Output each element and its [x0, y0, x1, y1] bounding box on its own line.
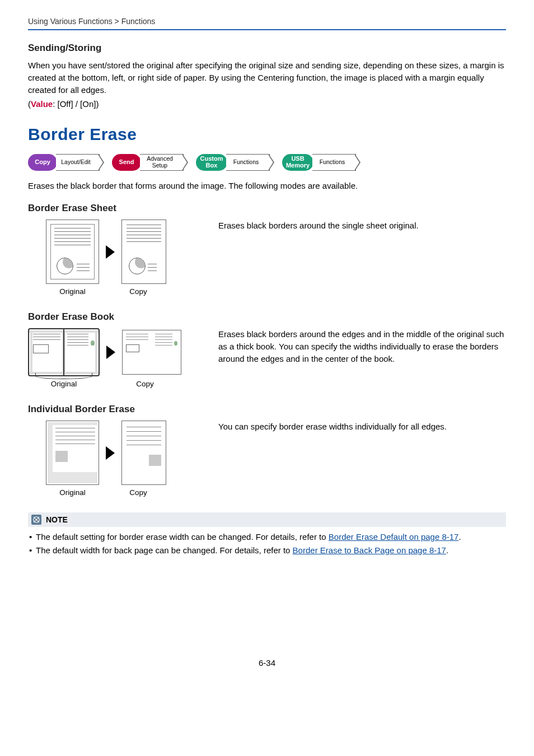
cap-original: Original: [46, 287, 99, 296]
value-options: : [Off] / [On]): [53, 99, 99, 109]
pill-group-copy: Copy Layout/Edit: [28, 154, 100, 171]
note-1-text: The default setting for border erase wid…: [36, 532, 329, 542]
cap-copy: Copy: [116, 287, 161, 296]
pill-group-send: Send Advanced Setup: [112, 154, 184, 171]
mode-border-erase-sheet: Border Erase Sheet: [28, 203, 506, 296]
mode-border-erase-book: Border Erase Book: [28, 311, 506, 388]
note-item-1: The default setting for border erase wid…: [28, 530, 506, 544]
tab-functions-custom: Functions: [226, 154, 270, 171]
mode-pill-row: Copy Layout/Edit Send Advanced Setup Cus…: [28, 154, 506, 171]
value-label: Value: [31, 99, 53, 109]
mode-book-diagram: Original Copy: [28, 328, 196, 388]
note-item-2: The default width for back page can be c…: [28, 544, 506, 557]
sending-storing-value-line: (Value: [Off] / [On]): [28, 98, 506, 110]
border-erase-title: Border Erase: [28, 125, 506, 144]
page-number: 6-34: [28, 658, 506, 668]
pill-usb-l2: Memory: [286, 162, 310, 169]
note-icon: [31, 515, 41, 525]
arrow-icon: [106, 446, 115, 460]
mode-book-desc: Erases black borders around the edges an…: [218, 328, 506, 365]
tab-adv-l2: Setup: [152, 162, 167, 169]
pill-copy: Copy: [28, 154, 57, 171]
arrow-icon: [106, 346, 115, 359]
note-2-text: The default width for back page can be c…: [36, 545, 293, 555]
arrow-icon: [106, 245, 115, 259]
note-label: NOTE: [46, 515, 68, 524]
mode-individual-diagram: Original Copy: [28, 421, 196, 497]
cap-copy: Copy: [116, 488, 161, 497]
tab-functions-usb-label: Functions: [320, 159, 345, 166]
sheet-copy-icon: [121, 220, 166, 284]
cap-original: Original: [46, 488, 99, 497]
tab-functions-custom-label: Functions: [233, 159, 259, 166]
pill-custom-l2: Box: [206, 162, 218, 169]
svg-point-1: [35, 519, 38, 521]
mode-individual-border-erase: Individual Border Erase: [28, 404, 506, 497]
header-rule: [28, 29, 506, 30]
tab-advanced-setup: Advanced Setup: [140, 154, 184, 171]
link-border-erase-back-page[interactable]: Border Erase to Back Page on page 8-17: [293, 545, 446, 555]
tab-functions-usb: Functions: [312, 154, 356, 171]
book-copy-icon: [122, 330, 181, 375]
mode-sheet-diagram: Original Copy: [28, 220, 196, 296]
mode-sheet-desc: Erases black borders around the single s…: [218, 220, 506, 232]
sending-storing-heading: Sending/Storing: [28, 43, 506, 54]
link-border-erase-default[interactable]: Border Erase Default on page 8-17: [329, 532, 459, 542]
tab-layout-edit-label: Layout/Edit: [61, 159, 91, 166]
cap-copy: Copy: [115, 380, 175, 388]
mode-book-heading: Border Erase Book: [28, 311, 506, 323]
pill-send: Send: [112, 154, 141, 171]
individual-original-icon: [46, 421, 99, 485]
cap-original: Original: [28, 380, 100, 388]
mode-individual-desc: You can specify border erase widths indi…: [218, 421, 506, 433]
pill-group-usb: USB Memory Functions: [282, 154, 356, 171]
sending-storing-body: When you have sent/stored the original a…: [28, 59, 506, 96]
sheet-original-icon: [46, 220, 99, 284]
mode-individual-heading: Individual Border Erase: [28, 404, 506, 415]
book-original-icon: [28, 328, 100, 376]
tab-layout-edit: Layout/Edit: [56, 154, 100, 171]
breadcrumb: Using Various Functions > Functions: [28, 17, 506, 26]
mode-sheet-heading: Border Erase Sheet: [28, 203, 506, 214]
border-erase-intro: Erases the black border that forms aroun…: [28, 181, 506, 190]
note-list: The default setting for border erase wid…: [28, 530, 506, 557]
pill-usb-memory: USB Memory: [282, 154, 313, 171]
pill-group-custom-box: Custom Box Functions: [196, 154, 270, 171]
note-header: NOTE: [28, 512, 506, 527]
individual-copy-icon: [121, 421, 166, 485]
pill-custom-box: Custom Box: [196, 154, 227, 171]
